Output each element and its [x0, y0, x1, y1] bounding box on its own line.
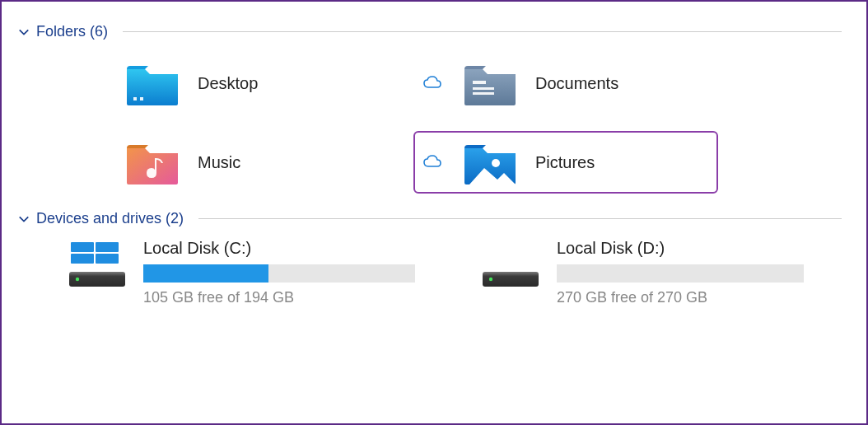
folders-section-header[interactable]: Folders (6) — [18, 23, 842, 40]
svg-point-13 — [489, 278, 492, 281]
svg-rect-3 — [473, 87, 494, 90]
drive-item-d[interactable]: Local Disk (D:) 270 GB free of 270 GB — [481, 239, 804, 306]
folders-grid: Desktop Documents — [18, 52, 842, 194]
drive-item-c[interactable]: Local Disk (C:) 105 GB free of 194 GB — [68, 239, 415, 306]
folder-label: Music — [198, 153, 240, 172]
svg-rect-0 — [133, 97, 137, 100]
folder-label: Desktop — [198, 74, 258, 93]
svg-rect-6 — [71, 242, 94, 252]
music-folder-icon — [124, 138, 181, 187]
cloud-icon — [420, 155, 445, 170]
svg-rect-4 — [473, 92, 494, 95]
desktop-folder-icon — [124, 58, 181, 108]
folder-item-documents[interactable]: Documents — [413, 52, 718, 114]
drives-row: Local Disk (C:) 105 GB free of 194 GB Lo… — [18, 239, 842, 306]
disk-icon — [481, 239, 540, 290]
divider — [198, 218, 842, 219]
drive-usage-bar — [143, 264, 415, 283]
drive-free-text: 270 GB free of 270 GB — [557, 289, 804, 306]
svg-point-5 — [492, 159, 500, 167]
svg-point-11 — [76, 278, 79, 281]
documents-folder-icon — [461, 58, 519, 108]
folder-label: Pictures — [535, 153, 595, 172]
drive-name: Local Disk (C:) — [143, 239, 415, 258]
drives-section-header[interactable]: Devices and drives (2) — [18, 210, 842, 227]
folder-label: Documents — [535, 74, 618, 93]
folder-item-music[interactable]: Music — [76, 131, 380, 194]
svg-rect-7 — [96, 242, 119, 252]
svg-rect-1 — [140, 97, 143, 100]
chevron-down-icon — [18, 213, 30, 225]
divider — [123, 31, 842, 32]
drive-usage-fill — [143, 264, 268, 283]
svg-rect-2 — [473, 81, 486, 84]
drives-title: Devices and drives (2) — [36, 210, 184, 227]
disk-icon — [68, 239, 127, 290]
drive-usage-bar — [557, 264, 804, 283]
folder-item-desktop[interactable]: Desktop — [76, 52, 380, 114]
drive-free-text: 105 GB free of 194 GB — [143, 289, 415, 306]
pictures-folder-icon — [461, 138, 519, 187]
svg-rect-8 — [71, 254, 94, 264]
chevron-down-icon — [18, 26, 30, 38]
folder-item-pictures[interactable]: Pictures — [413, 131, 718, 194]
drive-name: Local Disk (D:) — [557, 239, 804, 258]
cloud-icon — [420, 76, 445, 91]
folders-title: Folders (6) — [36, 23, 108, 40]
svg-rect-9 — [96, 254, 119, 264]
